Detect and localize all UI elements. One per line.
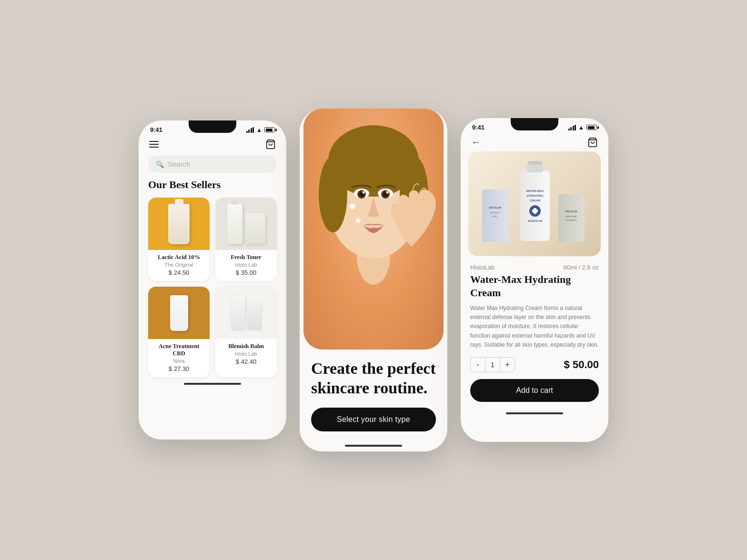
product-bottle-ordinary	[168, 204, 190, 244]
signal-icon-3	[568, 125, 576, 130]
svg-text:MIST: MIST	[493, 215, 497, 218]
product-info-4: Blemish Balm Histo Lab $ 42.40	[215, 339, 277, 370]
battery-icon-1	[264, 127, 275, 132]
product-price-2: $ 35.00	[220, 269, 272, 276]
back-button[interactable]: ←	[471, 137, 481, 148]
product-brand-4: Histo Lab	[220, 351, 272, 357]
signal-icon-1	[246, 127, 254, 133]
products-grid: Lactic Acid 10% The Original $ 24.50 Fre…	[139, 198, 286, 377]
svg-text:CREAM: CREAM	[530, 199, 540, 202]
wifi-icon-3: ▲	[578, 124, 584, 131]
menu-button[interactable]	[149, 141, 159, 148]
hero-text-area: Create the perfect skincare routine. Sel…	[300, 350, 447, 439]
product-name-4: Blemish Balm	[220, 343, 272, 350]
product-meta-row: HistoLab 80ml / 2.6 oz	[470, 264, 599, 271]
app-header-1	[139, 136, 286, 153]
wifi-icon-1: ▲	[256, 127, 262, 133]
phone-bestsellers: 9:41 ▲	[139, 120, 286, 440]
svg-point-14	[349, 203, 355, 209]
home-indicator-2	[345, 445, 402, 447]
product-brand-2: Histo Lab	[220, 262, 272, 268]
product-hero-image: HISTOLAB INFUSION MIST WATER-MAX HYDRATI…	[468, 151, 601, 256]
product-price-4: $ 42.40	[220, 358, 272, 365]
product-tubes-illustration: HISTOLAB INFUSION MIST WATER-MAX HYDRATI…	[477, 161, 592, 247]
product-image-4	[215, 287, 277, 339]
product-card-1[interactable]: Lactic Acid 10% The Original $ 24.50	[148, 198, 210, 281]
svg-point-13	[386, 191, 389, 194]
face-illustration	[307, 113, 440, 285]
search-input[interactable]: Search	[168, 160, 191, 168]
cart-icon-1[interactable]	[265, 139, 276, 150]
status-time-3: 9:41	[472, 124, 485, 131]
product-name-1: Lactic Acid 10%	[153, 254, 205, 261]
product-detail-name: Water-Max Hydrating Cream	[470, 273, 599, 299]
screens-container: 9:41 ▲	[139, 109, 608, 451]
product-tube-acne	[170, 295, 188, 331]
svg-rect-25	[528, 161, 542, 165]
product-size: 80ml / 2.6 oz	[564, 264, 599, 271]
balm-group	[231, 296, 261, 330]
svg-text:WATER-MAX: WATER-MAX	[526, 190, 544, 192]
search-bar[interactable]: 🔍 Search	[148, 155, 277, 173]
product-price-3: $ 27.30	[153, 365, 205, 372]
svg-rect-33	[558, 194, 585, 242]
status-icons-3: ▲	[568, 124, 597, 131]
quantity-value: 1	[485, 361, 500, 369]
skin-type-button[interactable]: Select your skin type	[311, 408, 436, 431]
svg-text:WATER-MAX: WATER-MAX	[565, 215, 577, 218]
product-description: Water Max Hydrating Cream forms a natura…	[470, 304, 599, 350]
product-brand-detail: HistoLab	[470, 264, 495, 271]
svg-text:HISTOLAB: HISTOLAB	[565, 210, 577, 213]
product-card-4[interactable]: Blemish Balm Histo Lab $ 42.40	[215, 287, 277, 377]
svg-rect-31	[532, 210, 538, 212]
search-icon: 🔍	[156, 160, 164, 168]
quantity-minus[interactable]: -	[471, 358, 485, 372]
skincare-headline: Create the perfect skincare routine.	[311, 359, 436, 398]
product-detail-body: HistoLab 80ml / 2.6 oz Water-Max Hydrati…	[461, 256, 608, 407]
product-image-1	[148, 198, 210, 250]
product-name-3: Acne Treatment CBD	[153, 343, 205, 357]
product-info-2: Fresh Toner Histo Lab $ 35.00	[215, 250, 277, 281]
status-icons-1: ▲	[246, 127, 275, 133]
phone-product-detail: 9:41 ▲ ←	[461, 118, 608, 442]
product-brand-1: The Original	[153, 262, 205, 268]
product-name-2: Fresh Toner	[220, 254, 272, 261]
product-card-3[interactable]: Acne Treatment CBD Nora $ 27.30	[148, 287, 210, 377]
notch-1	[189, 120, 236, 133]
quantity-plus[interactable]: +	[500, 358, 515, 372]
purchase-row: - 1 + $ 50.00	[470, 357, 599, 372]
svg-text:HYDRATING: HYDRATING	[565, 219, 576, 221]
status-bar-3: 9:41 ▲	[461, 118, 608, 134]
svg-text:HISTOLAB: HISTOLAB	[489, 206, 501, 209]
svg-point-16	[356, 218, 361, 223]
svg-text:INFUSION: INFUSION	[490, 211, 499, 214]
product-info-3: Acne Treatment CBD Nora $ 27.30	[148, 339, 210, 377]
cart-icon-3[interactable]	[587, 137, 598, 148]
bestsellers-title: Our Best Sellers	[139, 179, 286, 198]
svg-point-12	[363, 191, 365, 194]
product-detail-price: $ 50.00	[564, 359, 599, 371]
battery-icon-3	[586, 125, 597, 130]
notch-3	[511, 118, 558, 130]
product-price-1: $ 24.50	[153, 269, 205, 276]
home-indicator-3	[506, 412, 563, 414]
add-to-cart-button[interactable]: Add to cart	[470, 379, 599, 402]
product-card-2[interactable]: Fresh Toner Histo Lab $ 35.00	[215, 198, 277, 281]
svg-text:HYDRATING: HYDRATING	[526, 194, 544, 197]
home-indicator-1	[184, 383, 241, 385]
status-bar-1: 9:41 ▲	[139, 120, 286, 136]
phone-skincare-routine: Create the perfect skincare routine. Sel…	[300, 109, 447, 451]
toner-group	[227, 204, 265, 244]
product-info-1: Lactic Acid 10% The Original $ 24.50	[148, 250, 210, 281]
svg-text:✚ HISTOLAB: ✚ HISTOLAB	[528, 220, 543, 222]
product-brand-3: Nora	[153, 358, 205, 364]
app-header-3: ←	[461, 134, 608, 151]
product-image-3	[148, 287, 210, 339]
quantity-control: - 1 +	[470, 357, 515, 372]
svg-point-4	[319, 156, 347, 232]
status-time-1: 9:41	[150, 126, 162, 133]
product-image-2	[215, 198, 277, 250]
